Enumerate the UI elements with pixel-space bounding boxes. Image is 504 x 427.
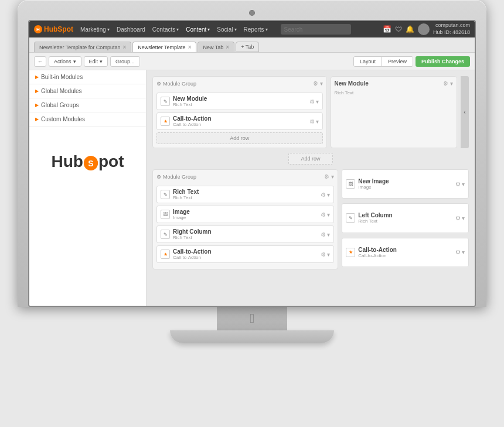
layout-preview-group: Layout Preview xyxy=(353,56,413,67)
left-sidebar: ▶ Built-in Modules ▶ Global Modules xyxy=(29,70,147,306)
monitor-base xyxy=(170,330,334,343)
add-row-button-1[interactable]: Add row xyxy=(156,132,323,144)
layout-button[interactable]: Layout xyxy=(354,57,382,66)
group-button[interactable]: Group... xyxy=(110,56,140,67)
apple-logo:  xyxy=(217,307,287,330)
gear-icon[interactable]: ⚙ xyxy=(321,211,326,218)
module-item-cta[interactable]: ★ Call-to-Action Call-to-Action ⚙ ▾ xyxy=(156,112,323,130)
svg-text:S: S xyxy=(88,159,93,168)
module-group-1-header: ⚙ Module Group ⚙ ▾ xyxy=(156,80,323,89)
star-icon: ★ xyxy=(161,117,170,126)
tab-new-tab[interactable]: New Tab × xyxy=(197,42,234,52)
module-group-2-title: ⚙ Module Group xyxy=(156,174,196,180)
module-item-cta-2[interactable]: ★ Call-to-Action Call-to-Action ⚙ ▾ xyxy=(156,245,334,263)
monitor-bezel: H HubSpot Marketing ▾ Dashboard Contacts… xyxy=(18,0,486,307)
nav-logo-text: HubSpot xyxy=(44,25,73,33)
module-item-image[interactable]: 🖼 Image Image ⚙ ▾ xyxy=(156,206,334,223)
user-avatar[interactable] xyxy=(418,23,430,35)
calendar-icon[interactable]: 📅 xyxy=(383,25,391,33)
module-group-2-header: ⚙ Module Group ⚙ ▾ xyxy=(156,173,334,182)
monitor-screen: H HubSpot Marketing ▾ Dashboard Contacts… xyxy=(28,20,476,307)
nav-logo: H HubSpot xyxy=(34,25,73,33)
gear-icon[interactable]: ⚙ xyxy=(321,192,326,198)
right-module-new-image[interactable]: 🖼 New Image Image ⚙ ▾ xyxy=(342,169,469,199)
publish-button[interactable]: Publish Changes xyxy=(416,56,470,67)
logo-pot-text: pot xyxy=(98,152,124,171)
gear-icon[interactable]: ⚙ xyxy=(309,118,315,125)
chevron-down-icon[interactable]: ▾ xyxy=(462,181,465,187)
sidebar-item-builtin-modules[interactable]: ▶ Built-in Modules xyxy=(29,70,146,84)
module-item-right-column[interactable]: ✎ Right Column Rich Text ⚙ ▾ xyxy=(156,226,334,243)
right-module-left-column[interactable]: ✎ Left Column Rich Text ⚙ ▾ xyxy=(342,203,469,233)
sidebar-section-custom: ▶ Custom Modules xyxy=(29,112,146,127)
chevron-down-icon[interactable]: ▾ xyxy=(316,118,319,125)
chevron-down-icon[interactable]: ▾ xyxy=(327,192,330,198)
gear-icon[interactable]: ⚙ xyxy=(455,215,461,221)
back-button[interactable]: ← xyxy=(34,56,46,67)
module-group-1-title: ⚙ Module Group xyxy=(156,81,196,87)
add-row-outer-button[interactable]: Add row xyxy=(288,153,332,165)
chevron-right-icon: ▶ xyxy=(35,74,39,80)
nav-item-marketing[interactable]: Marketing ▾ xyxy=(80,26,110,33)
right-module-header: New Module ⚙ ▾ xyxy=(335,80,454,87)
shield-icon[interactable]: 🛡 xyxy=(395,25,402,33)
pencil-icon: ✎ xyxy=(161,97,170,106)
chevron-down-icon[interactable]: ▾ xyxy=(320,80,323,87)
gear-icon[interactable]: ⚙ xyxy=(321,231,326,238)
gear-icon[interactable]: ⚙ xyxy=(321,251,326,258)
chevron-down-icon[interactable]: ▾ xyxy=(327,251,330,258)
chevron-down-icon[interactable]: ▾ xyxy=(462,215,465,221)
nav-item-content[interactable]: Content ▾ xyxy=(186,26,210,33)
hubspot-logo: Hub S pot xyxy=(52,152,124,171)
sidebar-section-global-groups: ▶ Global Groups xyxy=(29,98,146,112)
chevron-down-icon: ▾ xyxy=(100,59,103,64)
gear-icon[interactable]: ⚙ xyxy=(455,181,461,187)
add-tab-button[interactable]: + Tab xyxy=(236,42,259,52)
chevron-down-icon[interactable]: ▾ xyxy=(327,231,330,238)
right-module-cta[interactable]: ★ Call-to-Action Call-to-Action ⚙ ▾ xyxy=(342,238,469,267)
chevron-down-icon[interactable]: ▾ xyxy=(331,173,334,180)
chevron-down-icon: ▾ xyxy=(234,27,237,32)
nav-item-reports[interactable]: Reports ▾ xyxy=(244,26,268,33)
tab-close-icon[interactable]: × xyxy=(226,44,229,50)
gear-icon[interactable]: ⚙ xyxy=(455,249,461,255)
sidebar-item-custom-modules[interactable]: ▶ Custom Modules xyxy=(29,112,146,126)
tab-newsletter-template[interactable]: Newsletter Template × xyxy=(132,42,196,52)
chevron-down-icon[interactable]: ▾ xyxy=(450,80,453,87)
module-group-2: ⚙ Module Group ⚙ ▾ xyxy=(152,169,338,269)
actions-button[interactable]: Actions ▾ xyxy=(49,56,81,67)
gear-icon[interactable]: ⚙ xyxy=(443,80,448,87)
module-group-controls: ⚙ ▾ xyxy=(313,80,323,87)
chevron-down-icon[interactable]: ▾ xyxy=(316,98,319,105)
nav-item-dashboard[interactable]: Dashboard xyxy=(117,26,145,33)
gear-icon[interactable]: ⚙ xyxy=(309,98,315,105)
sidebar-item-global-modules[interactable]: ▶ Global Modules xyxy=(29,84,146,98)
sidebar-item-global-groups[interactable]: ▶ Global Groups xyxy=(29,98,146,112)
collapse-handle[interactable]: ‹ xyxy=(461,76,469,148)
nav-item-contacts[interactable]: Contacts ▾ xyxy=(152,26,179,33)
edit-button[interactable]: Edit ▾ xyxy=(84,56,108,67)
chevron-down-icon[interactable]: ▾ xyxy=(327,211,330,218)
gear-icon[interactable]: ⚙ xyxy=(313,80,318,87)
chevron-right-icon: ▶ xyxy=(35,117,39,122)
chevron-right-icon: ▶ xyxy=(35,88,39,94)
hubspot-ui: H HubSpot Marketing ▾ Dashboard Contacts… xyxy=(29,21,475,306)
chevron-right-icon: ▶ xyxy=(35,103,39,108)
nav-item-social[interactable]: Social ▾ xyxy=(217,26,236,33)
notifications-icon[interactable]: 🔔 xyxy=(406,25,414,33)
tab-newsletter-computan[interactable]: Newsletter Template for Computan × xyxy=(34,42,131,52)
chevron-down-icon: ▾ xyxy=(265,27,268,32)
image-icon: 🖼 xyxy=(161,210,170,219)
chevron-down-icon[interactable]: ▾ xyxy=(462,249,465,255)
settings-icon: ⚙ xyxy=(156,174,161,180)
tab-close-icon[interactable]: × xyxy=(122,44,126,50)
user-info: computan.com Hub ID: 482618 xyxy=(433,22,470,36)
search-input[interactable] xyxy=(281,24,351,35)
tab-close-icon[interactable]: × xyxy=(188,44,192,50)
module-item-rich-text[interactable]: ✎ Rich Text Rich Text ⚙ ▾ xyxy=(156,186,334,203)
chevron-down-icon: ▾ xyxy=(207,27,210,32)
module-item-new-module[interactable]: ✎ New Module Rich Text ⚙ ▾ xyxy=(156,93,323,110)
hubspot-logo-area: Hub S pot xyxy=(29,127,146,197)
gear-icon[interactable]: ⚙ xyxy=(324,173,329,180)
preview-button[interactable]: Preview xyxy=(382,57,413,66)
